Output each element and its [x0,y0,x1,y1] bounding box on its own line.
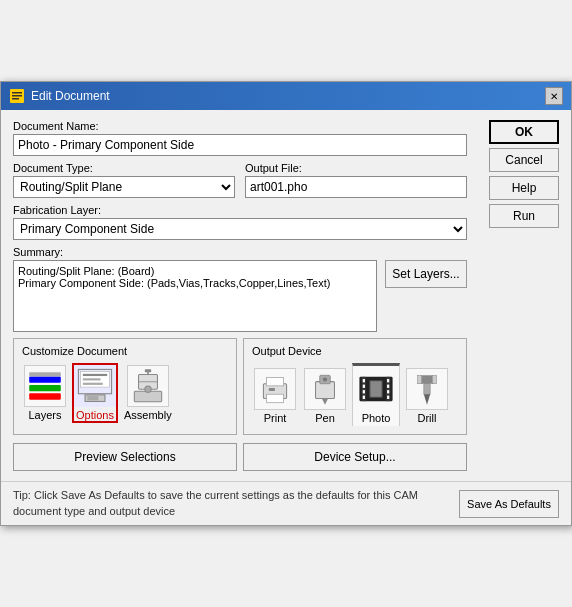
svg-rect-5 [29,385,61,391]
svg-rect-12 [83,383,103,385]
svg-point-28 [323,378,327,382]
svg-rect-34 [363,390,365,393]
svg-rect-22 [267,378,284,386]
svg-rect-14 [87,396,98,400]
document-type-select[interactable]: Routing/Split Plane [13,176,235,198]
title-bar: Edit Document ✕ [1,82,571,110]
svg-rect-3 [12,98,19,100]
output-file-input[interactable] [245,176,467,198]
document-type-label: Document Type: [13,162,235,174]
svg-rect-46 [432,375,436,383]
svg-rect-7 [29,372,61,376]
output-device-section: Output Device [243,338,467,435]
svg-rect-25 [316,382,335,399]
svg-rect-10 [83,374,107,376]
svg-rect-2 [12,95,22,97]
document-name-label: Document Name: [13,120,467,132]
svg-rect-37 [387,385,389,388]
tip-text: Tip: Click Save As Defaults to save the … [13,488,451,519]
output-icons-row: Print P [252,363,458,426]
cancel-button[interactable]: Cancel [489,148,559,172]
svg-point-18 [145,386,151,392]
summary-text: Routing/Split Plane: (Board) Primary Com… [13,260,377,332]
fabrication-layer-label: Fabrication Layer: [13,204,467,216]
svg-rect-1 [12,92,22,94]
svg-rect-4 [29,393,61,399]
options-icon [74,365,116,407]
svg-rect-45 [418,375,422,383]
svg-rect-35 [363,396,365,399]
svg-rect-39 [387,396,389,399]
options-label: Options [76,409,114,421]
device-setup-button[interactable]: Device Setup... [243,443,467,471]
customize-icons-row: Layers [22,363,228,423]
svg-rect-38 [387,390,389,393]
svg-rect-36 [387,379,389,382]
dialog-title: Edit Document [31,89,110,103]
svg-marker-44 [424,394,430,405]
customize-document-section: Customize Document [13,338,237,435]
close-button[interactable]: ✕ [545,87,563,105]
layers-label: Layers [28,409,61,421]
svg-marker-26 [322,399,328,405]
run-button[interactable]: Run [489,204,559,228]
svg-rect-6 [29,377,61,383]
output-photo-btn[interactable]: Photo [352,363,400,426]
save-as-defaults-button[interactable]: Save As Defaults [459,490,559,518]
pen-icon [304,368,346,410]
ok-button[interactable]: OK [489,120,559,144]
print-icon [254,368,296,410]
svg-rect-32 [363,379,365,382]
svg-rect-41 [370,381,381,396]
output-drill-btn[interactable]: Drill [404,366,450,426]
customize-options-btn[interactable]: Options [72,363,118,423]
assembly-label: Assembly [124,409,172,421]
edit-document-dialog: Edit Document ✕ Document Name: Document … [0,81,572,526]
svg-rect-24 [269,388,275,391]
output-print-btn[interactable]: Print [252,366,298,426]
customize-assembly-btn[interactable]: Assembly [122,363,174,423]
svg-rect-11 [83,378,101,380]
document-name-input[interactable] [13,134,467,156]
assembly-icon [127,365,169,407]
output-device-label: Output Device [252,345,458,357]
svg-rect-20 [145,369,151,372]
svg-rect-43 [424,384,430,395]
fabrication-layer-select[interactable]: Primary Component Side [13,218,467,240]
help-button[interactable]: Help [489,176,559,200]
customize-layers-btn[interactable]: Layers [22,363,68,423]
drill-label: Drill [418,412,437,424]
layers-icon [24,365,66,407]
customize-document-label: Customize Document [22,345,228,357]
set-layers-button[interactable]: Set Layers... [385,260,467,288]
output-file-label: Output File: [245,162,467,174]
summary-label: Summary: [13,246,377,258]
svg-rect-23 [267,394,284,402]
title-bar-left: Edit Document [9,88,110,104]
output-pen-btn[interactable]: Pen [302,366,348,426]
pen-label: Pen [315,412,335,424]
preview-selections-button[interactable]: Preview Selections [13,443,237,471]
print-label: Print [264,412,287,424]
drill-icon [406,368,448,410]
dialog-title-icon [9,88,25,104]
photo-icon [355,368,397,410]
svg-rect-33 [363,385,365,388]
photo-label: Photo [362,412,391,424]
tip-area: Tip: Click Save As Defaults to save the … [1,481,571,525]
